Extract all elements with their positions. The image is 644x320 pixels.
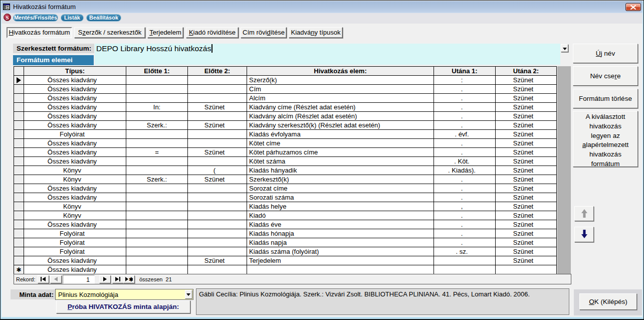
svg-text:✱: ✱ <box>129 277 133 281</box>
